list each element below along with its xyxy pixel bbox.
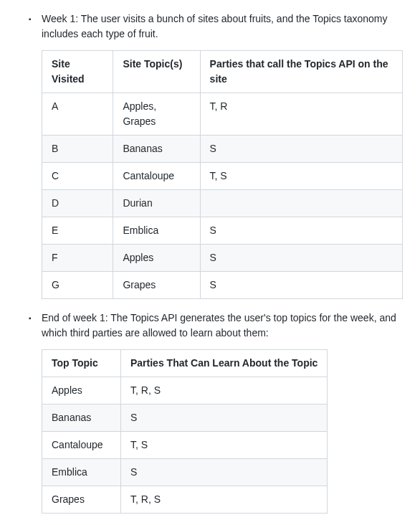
table-row: Cantaloupe T, S [42, 432, 328, 459]
table-row: F Apples S [42, 245, 403, 272]
col-site-visited: Site Visited [42, 51, 113, 93]
cell-topic: Emblica [42, 459, 121, 486]
cell-topics: Durian [113, 190, 200, 217]
cell-topic: Bananas [42, 405, 121, 432]
cell-site: F [42, 245, 113, 272]
table-row: Apples T, R, S [42, 377, 328, 405]
table-row: D Durian [42, 190, 403, 217]
cell-site: B [42, 136, 113, 163]
table-row: E Emblica S [42, 217, 403, 245]
cell-parties: T, S [200, 163, 402, 190]
col-learn-parties: Parties That Can Learn About the Topic [121, 350, 328, 377]
cell-topics: Bananas [113, 136, 200, 163]
cell-parties: S [200, 217, 402, 245]
cell-topic: Cantaloupe [42, 432, 121, 459]
col-top-topic: Top Topic [42, 350, 121, 377]
cell-parties: T, R, S [121, 486, 328, 514]
week1-description: Week 1: The user visits a bunch of sites… [42, 11, 403, 42]
cell-topics: Emblica [113, 217, 200, 245]
table-row: G Grapes S [42, 272, 403, 299]
cell-parties: S [200, 136, 402, 163]
cell-site: D [42, 190, 113, 217]
table-row: B Bananas S [42, 136, 403, 163]
cell-site: C [42, 163, 113, 190]
cell-topics: Apples [113, 245, 200, 272]
table-row: Grapes T, R, S [42, 486, 328, 514]
bullet-list: Week 1: The user visits a bunch of sites… [17, 11, 403, 514]
table-row: Emblica S [42, 459, 328, 486]
week1-table: Site Visited Site Topic(s) Parties that … [42, 50, 403, 299]
endweek1-description: End of week 1: The Topics API generates … [42, 311, 403, 341]
table-row: A Apples, Grapes T, R [42, 93, 403, 136]
cell-parties: S [121, 405, 328, 432]
table-header-row: Top Topic Parties That Can Learn About t… [42, 350, 328, 377]
cell-site: A [42, 93, 113, 136]
cell-site: E [42, 217, 113, 245]
table-row: C Cantaloupe T, S [42, 163, 403, 190]
list-item-endweek1: End of week 1: The Topics API generates … [29, 311, 403, 514]
cell-topic: Apples [42, 377, 121, 405]
cell-parties: S [200, 245, 402, 272]
cell-parties: T, R, S [121, 377, 328, 405]
cell-parties: T, R [200, 93, 402, 136]
table-header-row: Site Visited Site Topic(s) Parties that … [42, 51, 403, 93]
endweek1-table: Top Topic Parties That Can Learn About t… [42, 349, 403, 514]
list-item-week1: Week 1: The user visits a bunch of sites… [29, 11, 403, 299]
cell-parties [200, 190, 402, 217]
cell-topics: Grapes [113, 272, 200, 299]
cell-parties: T, S [121, 432, 328, 459]
cell-parties: S [121, 459, 328, 486]
cell-site: G [42, 272, 113, 299]
cell-topics: Cantaloupe [113, 163, 200, 190]
col-parties: Parties that call the Topics API on the … [200, 51, 402, 93]
table-row: Bananas S [42, 405, 328, 432]
cell-topic: Grapes [42, 486, 121, 514]
col-site-topics: Site Topic(s) [113, 51, 200, 93]
cell-parties: S [200, 272, 402, 299]
cell-topics: Apples, Grapes [113, 93, 200, 136]
